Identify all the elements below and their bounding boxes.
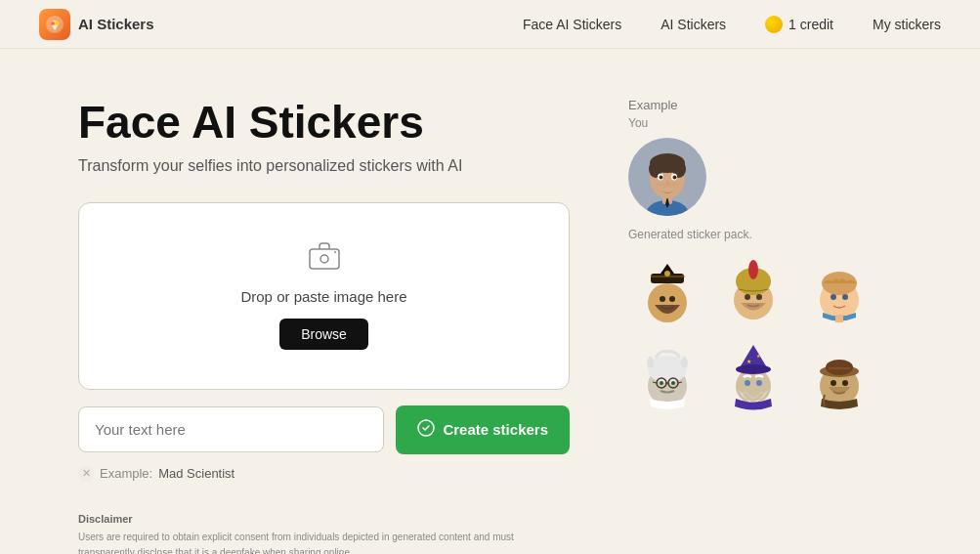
generated-label: Generated sticker pack. — [628, 228, 902, 241]
svg-point-27 — [745, 294, 750, 300]
svg-point-50 — [831, 380, 836, 386]
page-subtitle: Transform your selfies into personalized… — [78, 157, 570, 175]
svg-point-46 — [756, 380, 762, 386]
example-row: ✕ Example: Mad Scientist — [78, 466, 570, 482]
svg-point-17 — [673, 176, 677, 180]
disclaimer: Disclaimer Users are required to obtain … — [78, 511, 570, 554]
sticker-item — [628, 337, 706, 415]
sticker-item — [628, 251, 706, 329]
create-stickers-button[interactable]: Create stickers — [396, 405, 570, 454]
sticker-item: ★ ★ — [714, 337, 792, 415]
avatar-image — [628, 138, 706, 216]
upload-box[interactable]: Drop or paste image here Browse — [78, 202, 570, 390]
svg-point-49 — [826, 360, 853, 375]
sticker-grid: ★ ★ — [628, 251, 902, 415]
svg-point-26 — [748, 260, 758, 279]
disclaimer-title: Disclaimer — [78, 511, 570, 529]
sticker-item — [714, 251, 792, 329]
header: AI Stickers Face AI Stickers AI Stickers… — [0, 0, 980, 49]
page-title: Face AI Stickers — [78, 98, 570, 148]
upload-label: Drop or paste image here — [99, 288, 549, 305]
svg-point-18 — [648, 283, 687, 322]
text-input-row: Create stickers — [78, 405, 570, 454]
nav-face-ai[interactable]: Face AI Stickers — [523, 17, 621, 32]
svg-point-28 — [756, 294, 762, 300]
create-btn-label: Create stickers — [443, 421, 548, 438]
nav: Face AI Stickers AI Stickers — [523, 17, 726, 32]
text-input[interactable] — [78, 406, 384, 452]
svg-point-35 — [648, 356, 687, 383]
svg-text:★: ★ — [746, 359, 751, 364]
main-content: Face AI Stickers Transform your selfies … — [0, 49, 980, 554]
svg-point-32 — [842, 294, 848, 300]
you-label: You — [628, 116, 902, 130]
create-icon — [417, 419, 435, 441]
left-section: Face AI Stickers Transform your selfies … — [78, 98, 570, 554]
example-value: Mad Scientist — [158, 466, 234, 481]
svg-point-16 — [660, 176, 663, 180]
right-section: Example You — [628, 98, 902, 554]
svg-point-21 — [660, 296, 665, 302]
logo-text: AI Stickers — [78, 16, 154, 32]
svg-rect-33 — [835, 315, 843, 322]
credits-area: 1 credit — [765, 16, 833, 33]
example-section-label: Example — [628, 98, 902, 112]
svg-point-45 — [745, 380, 750, 386]
sticker-item — [800, 337, 878, 415]
svg-point-42 — [736, 364, 771, 374]
avatar — [628, 138, 706, 216]
my-stickers-link[interactable]: My stickers — [873, 17, 941, 32]
svg-point-51 — [842, 380, 848, 386]
nav-ai-stickers[interactable]: AI Stickers — [660, 17, 726, 32]
disclaimer-text: Users are required to obtain explicit co… — [78, 530, 570, 554]
upload-icon — [99, 242, 549, 277]
svg-point-2 — [55, 21, 59, 25]
logo-area: AI Stickers — [39, 9, 154, 40]
svg-point-31 — [831, 294, 836, 300]
logo-icon — [39, 9, 70, 40]
svg-point-1 — [51, 21, 55, 25]
svg-point-23 — [664, 271, 670, 277]
svg-point-38 — [660, 381, 663, 385]
browse-button[interactable]: Browse — [279, 319, 368, 350]
close-example-button[interactable]: ✕ — [78, 466, 94, 482]
svg-point-22 — [669, 296, 675, 302]
svg-point-4 — [320, 255, 328, 263]
example-label: Example: — [100, 466, 152, 481]
svg-point-39 — [671, 381, 675, 385]
credits-text: 1 credit — [788, 17, 833, 32]
coin-icon — [765, 16, 783, 33]
sticker-item — [800, 251, 878, 329]
